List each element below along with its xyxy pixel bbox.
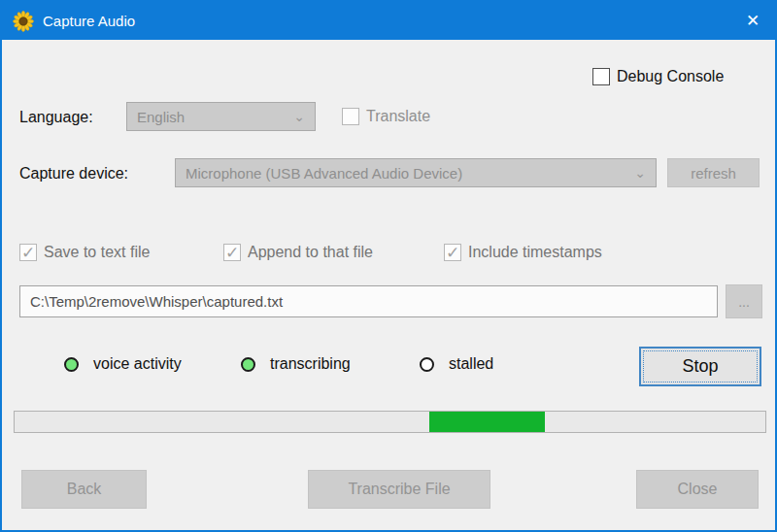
- capture-device-label: Capture device:: [19, 165, 128, 183]
- save-to-text-file-checkbox: Save to text file: [19, 244, 150, 261]
- back-button: Back: [21, 470, 147, 509]
- language-selected-value: English: [137, 109, 185, 125]
- checkbox-icon: [223, 244, 241, 261]
- append-to-file-checkbox: Append to that file: [223, 244, 373, 261]
- debug-console-label: Debug Console: [617, 68, 724, 85]
- checkbox-icon: [19, 244, 37, 261]
- refresh-button: refresh: [667, 158, 760, 187]
- close-icon[interactable]: ✕: [730, 2, 775, 40]
- include-timestamps-checkbox: Include timestamps: [444, 244, 602, 261]
- progress-bar: [14, 411, 766, 433]
- save-to-text-file-label: Save to text file: [44, 244, 150, 261]
- chevron-down-icon: ⌄: [634, 166, 646, 180]
- transcribing-indicator: transcribing: [241, 355, 351, 373]
- translate-label: Translate: [366, 108, 430, 125]
- translate-checkbox: Translate: [342, 108, 430, 125]
- chevron-down-icon: ⌄: [293, 110, 305, 123]
- checkbox-icon: [342, 108, 359, 125]
- stop-button[interactable]: Stop: [639, 347, 761, 386]
- append-to-file-label: Append to that file: [248, 244, 373, 261]
- transcribe-file-button: Transcribe File: [308, 470, 490, 509]
- transcribing-led-icon: [241, 357, 255, 372]
- progress-marquee-block: [429, 412, 545, 432]
- close-button: Close: [636, 470, 759, 509]
- capture-audio-window: Capture Audio ✕ Debug Console Language: …: [0, 0, 777, 532]
- browse-button: ...: [726, 284, 762, 318]
- capture-file-path-value: C:\Temp\2remove\Whisper\captured.txt: [30, 293, 283, 310]
- window-title: Capture Audio: [43, 13, 135, 29]
- stalled-led-icon: [420, 357, 434, 372]
- stalled-indicator: stalled: [420, 355, 493, 373]
- checkbox-icon: [444, 244, 461, 261]
- sunflower-app-icon: [13, 11, 34, 32]
- voice-activity-indicator: voice activity: [64, 355, 182, 373]
- voice-activity-label: voice activity: [93, 355, 182, 373]
- stalled-label: stalled: [449, 355, 493, 373]
- capture-file-path-field: C:\Temp\2remove\Whisper\captured.txt: [19, 285, 718, 317]
- include-timestamps-label: Include timestamps: [468, 244, 602, 261]
- debug-console-checkbox[interactable]: Debug Console: [592, 68, 724, 85]
- transcribing-label: transcribing: [270, 355, 351, 373]
- titlebar: Capture Audio ✕: [2, 2, 775, 40]
- language-select: English ⌄: [126, 102, 316, 131]
- capture-device-selected-value: Microphone (USB Advanced Audio Device): [186, 165, 462, 182]
- voice-activity-led-icon: [64, 357, 79, 372]
- capture-device-select: Microphone (USB Advanced Audio Device) ⌄: [175, 158, 657, 187]
- checkbox-icon[interactable]: [592, 68, 610, 85]
- language-label: Language:: [19, 109, 93, 126]
